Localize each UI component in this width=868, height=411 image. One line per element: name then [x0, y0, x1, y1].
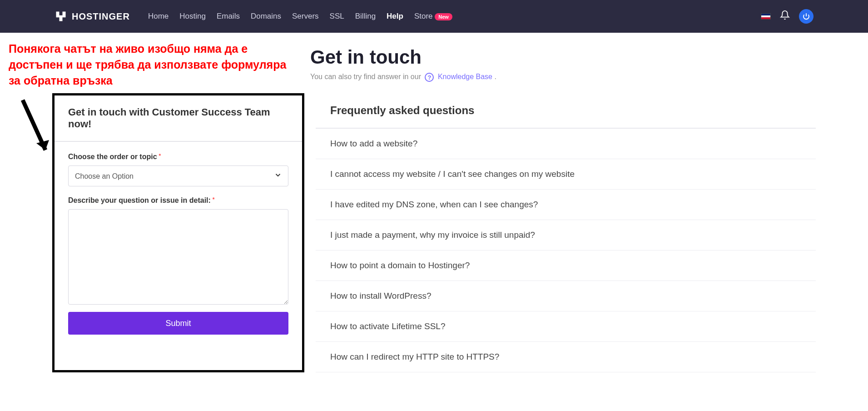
- nav-emails[interactable]: Emails: [217, 12, 240, 21]
- nav-servers[interactable]: Servers: [292, 12, 319, 21]
- faq-item[interactable]: How can I redirect my HTTP site to HTTPS…: [316, 342, 816, 372]
- topbar-right: [761, 9, 813, 24]
- power-button[interactable]: [799, 9, 813, 24]
- nav-ssl[interactable]: SSL: [330, 12, 344, 21]
- page-subtitle: You can also try find answer in our ? Kn…: [310, 73, 868, 82]
- nav-hosting[interactable]: Hosting: [179, 12, 206, 21]
- notifications-bell-icon[interactable]: [780, 10, 790, 23]
- language-flag-icon[interactable]: [761, 13, 771, 20]
- faq-item[interactable]: How to activate Lifetime SSL?: [316, 311, 816, 342]
- topbar-left: HOSTINGER Home Hosting Emails Domains Se…: [55, 10, 452, 23]
- annotation-text: Понякога чатът на живо изобщо няма да е …: [9, 41, 295, 89]
- nav-store-label: Store: [414, 12, 433, 20]
- page-title: Get in touch: [310, 46, 868, 68]
- form-heading: Get in touch with Customer Success Team …: [55, 95, 302, 142]
- new-badge: New: [435, 13, 452, 20]
- nav-store[interactable]: Store New: [414, 12, 452, 21]
- nav-domains[interactable]: Domains: [251, 12, 281, 21]
- power-icon: [802, 12, 810, 20]
- topic-label-text: Choose the order or topic: [68, 153, 157, 160]
- describe-label: Describe your question or issue in detai…: [68, 196, 288, 205]
- content-row: Get in touch with Customer Success Team …: [0, 93, 868, 372]
- faq-item[interactable]: How to install WordPress?: [316, 281, 816, 311]
- required-asterisk: *: [159, 153, 161, 159]
- faq-card: Frequently asked questions How to add a …: [316, 93, 816, 372]
- question-circle-icon: ?: [425, 73, 434, 82]
- nav-home[interactable]: Home: [148, 12, 169, 21]
- annotation-arrow-icon: [18, 95, 55, 159]
- faq-item[interactable]: How to point a domain to Hostinger?: [316, 251, 816, 281]
- form-body: Choose the order or topic* Choose an Opt…: [55, 142, 302, 345]
- required-asterisk: *: [213, 196, 215, 203]
- faq-list: How to add a website? I cannot access my…: [316, 129, 816, 372]
- brand-logo[interactable]: HOSTINGER: [55, 10, 130, 23]
- faq-item[interactable]: I have edited my DNS zone, when can I se…: [316, 190, 816, 220]
- submit-button[interactable]: Submit: [68, 312, 288, 335]
- topic-select[interactable]: Choose an Option: [68, 165, 288, 186]
- subtitle-post: .: [494, 73, 496, 80]
- brand-text: HOSTINGER: [72, 11, 130, 22]
- main-nav: Home Hosting Emails Domains Servers SSL …: [148, 12, 452, 21]
- subtitle-pre: You can also try find answer in our: [310, 73, 421, 80]
- describe-label-text: Describe your question or issue in detai…: [68, 196, 211, 204]
- hostinger-icon: [55, 10, 67, 23]
- faq-item[interactable]: How to add a website?: [316, 129, 816, 159]
- faq-item[interactable]: I just made a payment, why my invoice is…: [316, 220, 816, 251]
- faq-heading: Frequently asked questions: [316, 93, 816, 129]
- nav-billing[interactable]: Billing: [355, 12, 376, 21]
- topic-label: Choose the order or topic*: [68, 153, 288, 161]
- faq-item[interactable]: I cannot access my website / I can't see…: [316, 159, 816, 190]
- nav-help[interactable]: Help: [387, 12, 403, 21]
- contact-form-card: Get in touch with Customer Success Team …: [52, 93, 304, 372]
- page-header: Get in touch You can also try find answe…: [310, 46, 868, 82]
- describe-textarea[interactable]: [68, 209, 288, 305]
- topbar: HOSTINGER Home Hosting Emails Domains Se…: [0, 0, 868, 33]
- topic-select-wrap: Choose an Option: [68, 165, 288, 186]
- knowledge-base-link[interactable]: Knowledge Base: [438, 73, 492, 80]
